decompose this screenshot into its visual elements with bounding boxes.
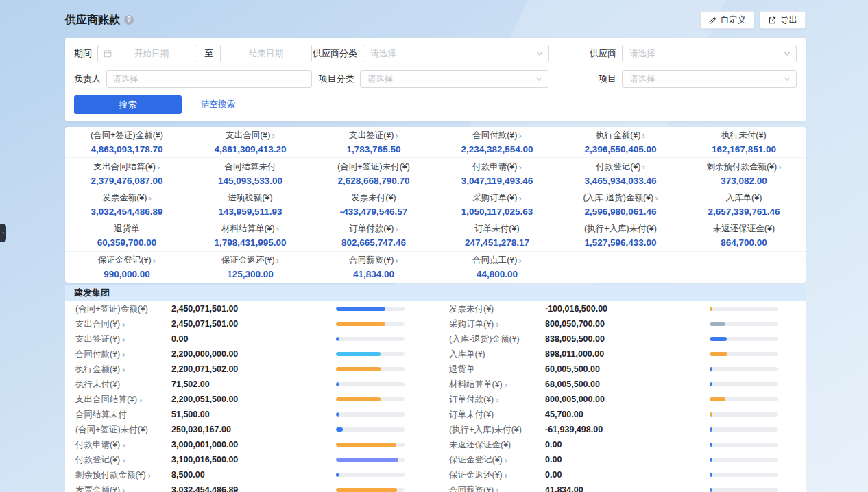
calendar-icon bbox=[104, 49, 112, 58]
metric-progress-bar bbox=[710, 473, 778, 477]
project-category-select[interactable]: 请选择 bbox=[360, 70, 548, 88]
summary-card: 执行未付(¥)162,167,851.00 bbox=[682, 127, 806, 158]
metric-progress-bar bbox=[710, 307, 778, 311]
chevron-right-icon: › bbox=[496, 395, 498, 405]
metric-progress-bar bbox=[710, 322, 778, 326]
summary-card: 发票未付(¥)-433,479,546.57 bbox=[312, 189, 435, 220]
summary-card[interactable]: 支出签证(¥)›1,783,765.50 bbox=[312, 127, 435, 158]
metric-label[interactable]: 保证金返还(¥)› bbox=[449, 469, 545, 481]
metric-value: 800,050,700.00 bbox=[545, 319, 710, 329]
chevron-right-icon: › bbox=[148, 193, 151, 203]
metric-label[interactable]: 订单付款(¥)› bbox=[449, 394, 545, 406]
summary-card[interactable]: 付款申请(¥)›3,047,119,493.46 bbox=[435, 158, 559, 189]
help-icon[interactable]: ? bbox=[124, 15, 134, 25]
end-date-field[interactable] bbox=[226, 49, 306, 58]
metric-value: 3,032,454,486.89 bbox=[171, 485, 336, 492]
chevron-right-icon: › bbox=[642, 130, 644, 141]
page-header: 供应商账款 ? 自定义 导出 bbox=[65, 11, 806, 29]
summary-label: 发票金额(¥)› bbox=[102, 192, 152, 204]
chevron-right-icon: › bbox=[139, 395, 142, 405]
metric-progress-fill bbox=[710, 352, 727, 356]
metric-label[interactable]: 发票金额(¥)› bbox=[75, 484, 171, 492]
metric-progress-bar bbox=[710, 382, 778, 386]
metric-value: 250,030,167.00 bbox=[171, 425, 336, 434]
project-label: 项目 bbox=[555, 73, 616, 85]
header-actions: 自定义 导出 bbox=[700, 11, 806, 29]
summary-label: 支出合同结算(¥)› bbox=[94, 161, 160, 173]
metric-label[interactable]: 合同付款(¥)› bbox=[75, 349, 171, 360]
owner-field[interactable] bbox=[112, 74, 306, 84]
summary-card[interactable]: 订单付款(¥)›802,665,747.46 bbox=[312, 220, 435, 251]
end-date-input[interactable] bbox=[220, 45, 312, 62]
metric-progress-fill bbox=[336, 427, 343, 432]
summary-card[interactable]: 支出合同(¥)›4,861,309,413.20 bbox=[189, 127, 312, 158]
metric-label[interactable]: 支出合同结算(¥)› bbox=[75, 394, 171, 406]
summary-card: (执行+入库)未付(¥)1,527,596,433.00 bbox=[559, 220, 682, 251]
summary-label: 发票未付(¥) bbox=[351, 192, 396, 204]
summary-value: 1,783,765.50 bbox=[347, 144, 401, 154]
metric-value: -61,939,498.00 bbox=[545, 425, 710, 434]
clear-search-link[interactable]: 清空搜索 bbox=[201, 99, 235, 110]
metric-label[interactable]: 支出签证(¥)› bbox=[75, 333, 171, 345]
summary-card[interactable]: 执行金额(¥)›2,396,550,405.00 bbox=[559, 127, 682, 158]
supplier-category-label: 供应商分类 bbox=[313, 47, 357, 60]
metric-label: 订单未付(¥) bbox=[449, 409, 545, 421]
detail-row: 保证金登记(¥)›0.00 bbox=[449, 452, 778, 467]
summary-label: 退货单 bbox=[114, 223, 140, 235]
summary-value: 60,359,700.00 bbox=[97, 237, 156, 248]
customize-button[interactable]: 自定义 bbox=[700, 11, 755, 29]
metric-label[interactable]: 付款登记(¥)› bbox=[75, 454, 171, 466]
metric-progress-bar bbox=[336, 322, 405, 326]
summary-card[interactable]: 发票金额(¥)›3,032,454,486.89 bbox=[65, 189, 189, 220]
summary-card[interactable]: 保证金返还(¥)›125,300.00 bbox=[189, 252, 312, 283]
summary-card[interactable]: 合同付款(¥)›2,234,382,554.00 bbox=[435, 127, 559, 158]
summary-card[interactable]: 合同薪资(¥)›41,834.00 bbox=[312, 252, 435, 283]
metric-progress-bar bbox=[336, 412, 405, 417]
supplier-select[interactable]: 请选择 bbox=[622, 45, 797, 62]
detail-row: 退货单60,005,500.00 bbox=[449, 362, 778, 377]
metric-value: 8,500.00 bbox=[171, 470, 336, 480]
chevron-right-icon: › bbox=[518, 162, 521, 172]
metric-progress-bar bbox=[710, 488, 778, 492]
summary-card: (合同+签证)未付(¥)2,628,668,790.70 bbox=[312, 158, 435, 189]
summary-card[interactable]: 材料结算单(¥)›1,798,431,995.00 bbox=[189, 220, 312, 251]
chevron-right-icon: › bbox=[122, 440, 125, 450]
summary-card[interactable]: 保证金登记(¥)›990,000.00 bbox=[65, 252, 189, 283]
metric-label[interactable]: 保证金登记(¥)› bbox=[449, 454, 545, 466]
metric-label[interactable]: 执行金额(¥)› bbox=[75, 364, 171, 375]
metric-progress-fill bbox=[710, 382, 712, 386]
metric-label[interactable]: 合同薪资(¥)› bbox=[449, 484, 545, 492]
metric-value: 0.00 bbox=[545, 470, 710, 480]
start-date-field[interactable] bbox=[112, 49, 191, 58]
summary-card[interactable]: 支出合同结算(¥)›2,379,476,087.00 bbox=[65, 158, 189, 189]
export-button[interactable]: 导出 bbox=[760, 11, 806, 29]
summary-label: 剩余预付款金额(¥)› bbox=[706, 161, 781, 173]
metric-label[interactable]: 剩余预付款金额(¥)› bbox=[75, 469, 171, 481]
summary-label: 材料结算单(¥)› bbox=[221, 223, 279, 235]
metric-label[interactable]: 付款申请(¥)› bbox=[75, 439, 171, 451]
summary-card[interactable]: 付款登记(¥)›3,465,934,033.46 bbox=[559, 158, 682, 189]
summary-card[interactable]: 合同点工(¥)›44,800.00 bbox=[435, 252, 559, 283]
start-date-input[interactable] bbox=[97, 45, 197, 62]
metric-label[interactable]: 支出合同(¥)› bbox=[75, 318, 171, 330]
chevron-right-icon: › bbox=[272, 130, 274, 141]
summary-card[interactable]: 剩余预付款金额(¥)›373,082.00 bbox=[682, 158, 806, 189]
project-select[interactable]: 请选择 bbox=[622, 70, 797, 88]
metric-label[interactable]: 材料结算单(¥)› bbox=[449, 379, 545, 390]
chevron-right-icon: › bbox=[518, 130, 521, 141]
summary-card[interactable]: (入库-退货)金额(¥)›2,596,980,061.46 bbox=[559, 189, 682, 220]
chevron-down-icon bbox=[784, 75, 791, 82]
detail-row: 订单付款(¥)›800,005,000.00 bbox=[449, 392, 778, 407]
collapse-drawer-handle[interactable]: ‹ bbox=[0, 224, 6, 242]
supplier-category-select[interactable]: 请选择 bbox=[363, 45, 549, 62]
project-placeholder: 请选择 bbox=[629, 73, 655, 85]
search-button[interactable]: 搜索 bbox=[74, 95, 182, 114]
summary-label: 执行未付(¥) bbox=[721, 130, 766, 141]
metric-label[interactable]: 采购订单(¥)› bbox=[449, 318, 545, 330]
project-filter: 项目 请选择 bbox=[555, 70, 797, 88]
summary-card[interactable]: 采购订单(¥)›1,050,117,025.63 bbox=[435, 189, 559, 220]
metric-progress-bar bbox=[710, 458, 778, 462]
summary-label: 订单未付(¥) bbox=[474, 223, 519, 235]
owner-input[interactable] bbox=[106, 70, 312, 88]
chevron-right-icon: › bbox=[395, 224, 398, 234]
